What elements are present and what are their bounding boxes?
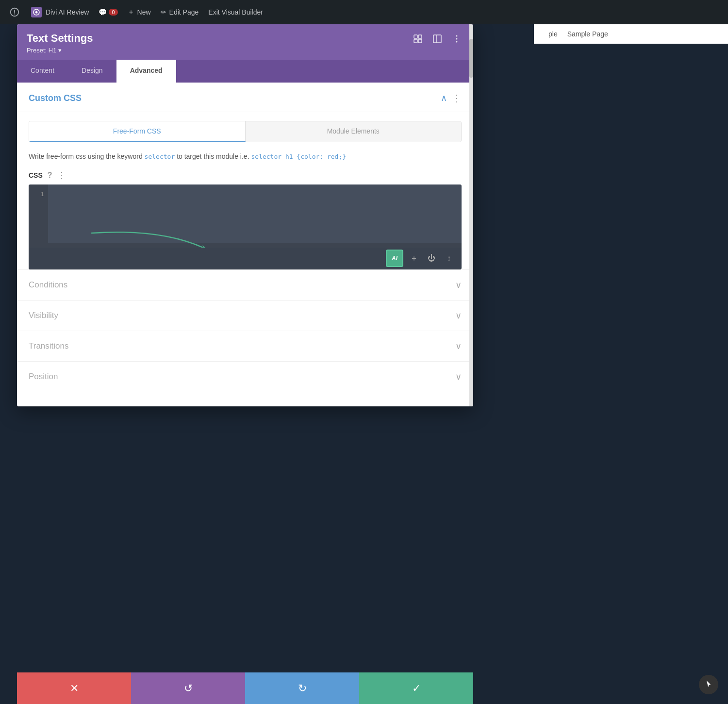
site-name-text: Divi AI Review (46, 8, 89, 16)
site-name[interactable]: Divi AI Review (31, 7, 89, 17)
edit-page-button[interactable]: ✏ Edit Page (161, 8, 199, 16)
css-code-editor[interactable]: 1 AI ＋ ⏻ ↕ (29, 184, 462, 269)
css-description: Write free-form css using the keyword se… (29, 151, 462, 162)
redo-icon: ↻ (298, 682, 307, 695)
visibility-title: Visibility (29, 311, 58, 320)
code-example: selector h1 {color: red;} (251, 153, 346, 160)
comments-link[interactable]: 💬 0 (99, 8, 117, 16)
transitions-chevron: ∨ (455, 341, 462, 352)
pencil-icon: ✏ (161, 8, 166, 16)
svg-rect-3 (414, 39, 417, 43)
edit-page-label: Edit Page (169, 8, 199, 16)
redo-button[interactable]: ↻ (245, 672, 359, 704)
custom-css-title: Custom CSS (29, 93, 82, 103)
tab-content[interactable]: Content (17, 60, 68, 83)
panel-header: Text Settings Preset: H1 ▾ (17, 24, 473, 60)
cancel-icon: ✕ (70, 682, 79, 695)
bottom-action-bar: ✕ ↺ ↻ ✓ (17, 672, 473, 704)
panel-header-actions (411, 32, 463, 46)
preset-arrow: ▾ (58, 47, 62, 54)
ai-button[interactable]: AI (386, 250, 403, 267)
plus-icon: ＋ (128, 8, 134, 17)
nav-sample[interactable]: Sample Page (567, 30, 608, 38)
visibility-chevron: ∨ (455, 310, 462, 321)
svg-rect-1 (414, 35, 417, 38)
svg-point-9 (456, 41, 458, 43)
visibility-section[interactable]: Visibility ∨ (17, 300, 473, 331)
transitions-title: Transitions (29, 341, 69, 351)
preset-text: Preset: H1 (27, 47, 56, 54)
undo-button[interactable]: ↺ (131, 672, 245, 704)
sort-icon[interactable]: ↕ (442, 251, 456, 265)
panel-preset[interactable]: Preset: H1 ▾ (27, 47, 463, 54)
new-button[interactable]: ＋ New (128, 8, 151, 17)
position-chevron: ∨ (455, 371, 462, 382)
panel-scrollbar[interactable] (469, 24, 473, 406)
svg-point-8 (456, 38, 458, 40)
panel-content: Custom CSS ∧ ⋮ Free-Form CSS Module Elem… (17, 83, 473, 406)
tab-advanced[interactable]: Advanced (116, 60, 176, 83)
section-header-actions: ∧ ⋮ (441, 92, 462, 104)
scrollbar-thumb[interactable] (469, 39, 473, 78)
comment-count: 0 (109, 9, 117, 16)
svg-rect-5 (433, 35, 441, 43)
transitions-section[interactable]: Transitions ∨ (17, 331, 473, 361)
position-title: Position (29, 372, 58, 382)
keyword-selector: selector (145, 153, 175, 160)
panel-title: Text Settings (27, 32, 463, 45)
ai-icon: AI (392, 255, 397, 262)
save-button[interactable]: ✓ (359, 672, 473, 704)
css-editor-label-row: CSS ? ⋮ (29, 170, 462, 181)
conditions-title: Conditions (29, 280, 67, 290)
wp-logo-icon[interactable] (8, 5, 21, 19)
editor-menu-icon[interactable]: ⋮ (57, 170, 66, 181)
panel-tabs: Content Design Advanced (17, 60, 473, 83)
svg-rect-2 (418, 35, 422, 38)
css-sub-tabs: Free-Form CSS Module Elements (29, 121, 462, 142)
sub-tab-module[interactable]: Module Elements (246, 121, 462, 142)
tab-design[interactable]: Design (68, 60, 116, 83)
wp-admin-bar: Divi AI Review 💬 0 ＋ New ✏ Edit Page Exi… (0, 0, 728, 24)
section-collapse-icon[interactable]: ∧ (441, 93, 447, 103)
conditions-section[interactable]: Conditions ∨ (17, 269, 473, 300)
line-number-1: 1 (33, 190, 44, 198)
more-options-icon[interactable] (450, 32, 463, 46)
comment-icon: 💬 (99, 8, 107, 16)
cancel-button[interactable]: ✕ (17, 672, 131, 704)
section-menu-icon[interactable]: ⋮ (452, 92, 462, 104)
float-cursor-button[interactable] (699, 675, 718, 694)
css-label: CSS (29, 171, 43, 179)
text-settings-panel: Text Settings Preset: H1 ▾ (17, 24, 473, 406)
new-label: New (137, 8, 151, 16)
editor-content-area[interactable] (48, 184, 462, 243)
conditions-chevron: ∨ (455, 280, 462, 290)
sub-tab-freeform[interactable]: Free-Form CSS (29, 121, 246, 142)
expand-icon[interactable] (411, 32, 425, 46)
power-icon[interactable]: ⏻ (425, 251, 438, 265)
custom-css-section-header: Custom CSS ∧ ⋮ (17, 83, 473, 112)
save-icon: ✓ (412, 682, 421, 695)
site-icon (31, 7, 42, 17)
help-icon[interactable]: ? (48, 171, 52, 180)
page-nav: ple Sample Page (534, 24, 728, 44)
sidebar-icon[interactable] (430, 32, 444, 46)
svg-point-7 (456, 35, 458, 37)
editor-bottom-bar: AI ＋ ⏻ ↕ (29, 248, 462, 269)
position-section[interactable]: Position ∨ (17, 361, 473, 392)
add-icon[interactable]: ＋ (407, 251, 421, 265)
exit-builder-button[interactable]: Exit Visual Builder (208, 8, 263, 16)
nav-home[interactable]: ple (548, 30, 558, 38)
undo-icon: ↺ (184, 682, 193, 695)
svg-rect-4 (418, 39, 422, 43)
exit-label: Exit Visual Builder (208, 8, 263, 16)
